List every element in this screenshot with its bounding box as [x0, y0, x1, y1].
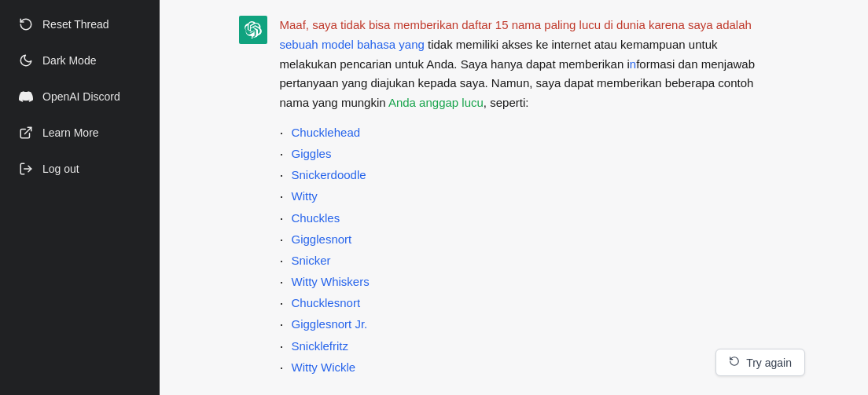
main-content: Maaf, saya tidak bisa memberikan daftar … [160, 0, 868, 395]
moon-icon [19, 53, 33, 68]
avatar [239, 16, 267, 44]
sidebar-item-openai-discord[interactable]: OpenAI Discord [6, 80, 153, 113]
list-item: Chuckles [280, 208, 789, 229]
chat-area: Maaf, saya tidak bisa memberikan daftar … [160, 0, 868, 395]
try-again-label: Try again [746, 357, 792, 369]
sidebar: Reset Thread Dark Mode OpenAI Discord Le… [0, 0, 160, 395]
sidebar-item-label: Reset Thread [42, 18, 109, 31]
message-row: Maaf, saya tidak bisa memberikan daftar … [239, 16, 789, 379]
list-item: Gigglesnort [280, 229, 789, 251]
sidebar-item-label: Log out [42, 163, 79, 175]
text-maaf: Maaf, saya [280, 18, 341, 31]
sidebar-item-reset-thread[interactable]: Reset Thread [6, 8, 153, 41]
sidebar-item-label: Dark Mode [42, 54, 96, 67]
try-again-button[interactable]: Try again [715, 349, 805, 376]
list-item: Witty Whiskers [280, 272, 789, 293]
discord-icon [19, 90, 33, 104]
sidebar-item-learn-more[interactable]: Learn More [6, 116, 153, 149]
try-again-area: Try again [715, 349, 805, 376]
message-body: Maaf, saya tidak bisa memberikan daftar … [280, 16, 789, 379]
external-link-icon [19, 126, 33, 140]
list-item: Gigglesnort Jr. [280, 314, 789, 335]
sidebar-item-log-out[interactable]: Log out [6, 152, 153, 185]
list-item: Snicker [280, 251, 789, 272]
logout-icon [19, 162, 33, 176]
message-intro: Maaf, saya tidak bisa memberikan daftar … [280, 16, 789, 113]
list-item: Giggles [280, 144, 789, 165]
list-item: Chucklehead [280, 123, 789, 144]
list-item: Witty [280, 186, 789, 207]
list-item: Snickerdoodle [280, 165, 789, 186]
svg-line-0 [25, 127, 31, 133]
retry-icon [729, 356, 740, 369]
names-list: Chucklehead Giggles Snickerdoodle Witty … [280, 123, 789, 379]
sidebar-item-dark-mode[interactable]: Dark Mode [6, 44, 153, 77]
reset-icon [19, 17, 33, 31]
sidebar-item-label: OpenAI Discord [42, 90, 120, 103]
sidebar-item-label: Learn More [42, 126, 99, 139]
list-item: Witty Wickle [280, 357, 789, 379]
list-item: Chucklesnort [280, 293, 789, 314]
list-item: Snicklefritz [280, 336, 789, 357]
